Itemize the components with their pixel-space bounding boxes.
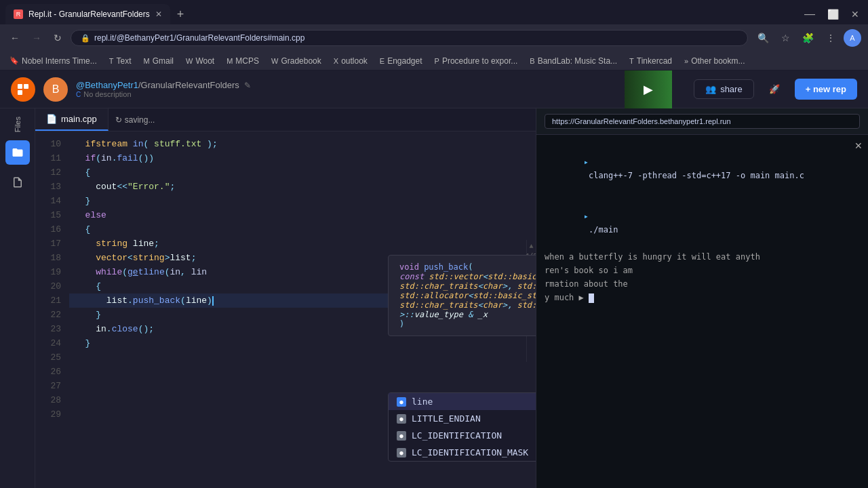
bookmark-procedure[interactable]: P Procedure to expor... [432,55,521,67]
username[interactable]: @BethanyPetr1 [76,80,138,90]
bookmark-tinkercad-icon: T [629,57,634,65]
tab-close-button[interactable]: ✕ [155,9,162,19]
code-line-15: else [69,208,536,222]
bookmark-outlook-icon: X [334,57,338,65]
terminal-line-3: when a butterfly is hungry it will eat a… [545,250,860,264]
close-window-button[interactable]: ✕ [848,7,863,21]
repo-name[interactable]: GranularRelevantFolders [141,80,239,90]
code-editor[interactable]: 10 11 12 13 14 15 16 17 18 19 20 21 22 2… [35,131,536,488]
user-avatar[interactable]: B [43,77,68,102]
extensions-button[interactable]: 🧩 [798,30,818,45]
terminal-line-1: ▸ clang++-7 -pthread -std=c++17 -o main … [545,142,860,196]
bookmark-bandlab-label: BandLab: Music Sta... [538,56,617,66]
sig-line2: const std::vector<std::basic_string<char… [399,272,536,281]
ac-item-line[interactable]: ● line std::string line ℹ [389,393,536,410]
saving-icon: ↻ [115,115,122,125]
bookmark-other[interactable]: » Other bookm... [682,55,748,67]
bookmark-gmail[interactable]: M Gmail [140,55,176,67]
ac-icon-lc-id-mask: ● [397,448,406,458]
menu-button[interactable]: ⋮ [822,30,840,45]
repo-path: @BethanyPetr1/GranularRelevantFolders ✎ [76,80,251,90]
editor-layout: Files 📄 main.cpp ↻ saving... 10 11 12 [0,108,868,488]
sidebar-files-label: Files [11,114,24,135]
terminal-url-bar [536,108,868,135]
ac-item-little-endian[interactable]: ● LITTLE_ENDIAN [389,410,536,427]
bookmark-mcps[interactable]: M MCPS [224,55,262,67]
bookmarks-bar: 🔖 Nobel Interns Time... T Text M Gmail W… [0,52,868,70]
autocomplete-signature: ▲ 1/2 ▼ void push_back( const std::vecto… [388,255,536,336]
tab-bar: R Repl.it - GranularRelevantFolders ✕ + … [0,0,868,24]
code-line-27: } [69,336,536,350]
code-line-11: if(in.fail()) [69,151,536,165]
bookmark-nobel[interactable]: 🔖 Nobel Interns Time... [7,55,100,67]
forward-button[interactable]: → [28,31,45,45]
autocomplete-list: ● line std::string line ℹ ● LITTLE_ENDIA… [388,392,536,462]
saving-indicator: ↻ saving... [108,115,162,125]
sig-line6: >::value_type & _x [399,310,536,319]
replit-logo[interactable] [11,77,35,102]
bookmark-outlook[interactable]: X outlook [331,55,370,67]
sidebar-icon-files[interactable] [5,140,30,165]
new-repl-button[interactable]: + new rep [795,79,857,100]
close-terminal-button[interactable]: ✕ [854,140,863,151]
bookmark-other-icon: » [684,57,688,65]
tab-filename: main.cpp [61,114,97,124]
ac-item-lc-id[interactable]: ● LC_IDENTIFICATION [389,427,536,444]
editor-tab-main-cpp[interactable]: 📄 main.cpp [35,108,108,131]
terminal-line-5: rmation about the [545,277,860,291]
new-repl-label: + new rep [806,84,846,94]
edit-icon[interactable]: ✎ [244,81,251,90]
terminal-content[interactable]: ✕ ▸ clang++-7 -pthread -std=c++17 -o mai… [536,135,868,488]
code-line-16: { [69,222,536,237]
bookmark-text-icon: T [109,57,114,65]
share-button[interactable]: 👥 share [694,79,754,99]
bookmark-woot-label: Woot [195,56,214,66]
bookmark-mcps-icon: M [226,57,233,65]
bookmark-text[interactable]: T Text [106,55,134,67]
ac-item-lc-id-mask[interactable]: ● LC_IDENTIFICATION_MASK [389,444,536,461]
bookmark-woot[interactable]: W Woot [183,55,217,67]
svg-rect-2 [18,90,22,95]
deploy-button[interactable]: 🚀 [762,80,787,98]
code-content: ifstream in( stuff.txt ); if(in.fail()) … [69,131,536,488]
run-button[interactable]: ▶ [625,70,672,108]
ac-icon-line: ● [397,397,406,407]
active-tab[interactable]: R Repl.it - GranularRelevantFolders ✕ [5,4,170,24]
bookmark-icon: 🔖 [9,56,19,65]
bookmark-star-button[interactable]: ☆ [777,30,794,45]
code-line-13: cout<<"Error."; [69,180,536,194]
sig-line5: std::char_traits<char>, std::allocator<c… [399,300,536,310]
editor-tabs: 📄 main.cpp ↻ saving... [35,108,536,131]
term-prompt-icon-2: ▸ [584,211,589,221]
sidebar-icon-file[interactable] [5,170,30,195]
repo-description: C No description [76,90,251,98]
terminal-line-2: ▸ ./main [545,196,860,250]
bookmark-tinkercad-label: Tinkercad [637,56,672,66]
bookmark-procedure-icon: P [435,57,439,65]
terminal-panel: ✕ ▸ clang++-7 -pthread -std=c++17 -o mai… [536,108,868,488]
bookmark-engadget[interactable]: E Engadget [377,55,425,67]
bookmark-bandlab[interactable]: B BandLab: Music Sta... [527,55,620,67]
new-tab-button[interactable]: + [173,7,189,22]
replit-header: B @BethanyPetr1/GranularRelevantFolders … [0,70,868,108]
bookmark-mcps-label: MCPS [235,56,259,66]
repo-desc-text: No description [83,90,131,98]
tab-favicon: R [14,9,23,19]
zoom-button[interactable]: 🔍 [753,30,773,45]
bookmark-gradebook-icon: W [271,57,278,65]
svg-rect-0 [18,84,22,89]
back-button[interactable]: ← [7,31,23,45]
reload-button[interactable]: ↻ [50,31,65,45]
address-bar[interactable]: 🔒 repl.it/@BethanyPetr1/GranularRelevant… [71,30,748,46]
signature-text: void push_back( const std::vector<std::b… [399,262,536,329]
ac-text-line: line [412,396,536,407]
sig-line7: ) [399,319,536,329]
restore-button[interactable]: ⬜ [824,7,842,21]
bookmark-gradebook[interactable]: W Gradebook [269,55,324,67]
minimize-button[interactable]: — [801,7,818,22]
terminal-url-input[interactable] [545,114,860,129]
bookmark-tinkercad[interactable]: T Tinkercad [627,55,675,67]
editor-container: 📄 main.cpp ↻ saving... 10 11 12 13 14 15… [35,108,536,488]
profile-avatar[interactable]: A [844,29,861,47]
scroll-up-arrow[interactable]: ▲ [529,243,533,250]
